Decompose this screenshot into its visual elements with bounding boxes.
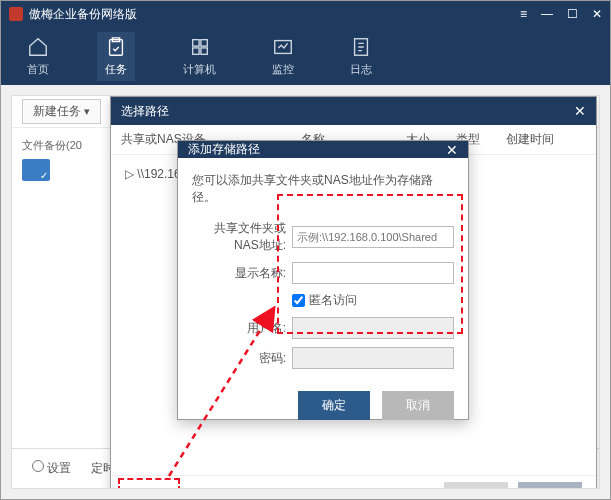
nav-logs[interactable]: 日志 (342, 32, 380, 81)
add-storage-link[interactable]: 添加存储 (125, 487, 193, 489)
backup-target-item[interactable] (22, 159, 102, 181)
cancel-button[interactable]: 取消 (518, 482, 582, 489)
password-label: 密码: (192, 350, 292, 367)
storage-icon (125, 489, 139, 490)
username-input (292, 317, 454, 339)
svg-rect-4 (200, 47, 206, 53)
app-logo-icon (9, 7, 23, 21)
nas-path-input[interactable] (292, 226, 454, 248)
close-icon[interactable]: ✕ (446, 142, 458, 158)
minimize-button[interactable]: — (541, 7, 553, 21)
cancel-button[interactable]: 取消 (382, 391, 454, 420)
task-icon (105, 36, 127, 58)
app-title: 傲梅企业备份网络版 (29, 6, 137, 23)
close-icon[interactable]: ✕ (574, 103, 586, 119)
nav-monitor[interactable]: 监控 (264, 32, 302, 81)
nav-home[interactable]: 首页 (19, 32, 57, 81)
new-task-button[interactable]: 新建任务 ▾ (22, 99, 101, 124)
password-input (292, 347, 454, 369)
body-area: 新建任务 ▾ 高级 ▾ 文件备份(20 设置 定时任务 开始备份 ▸ (11, 95, 600, 489)
menu-icon[interactable]: ≡ (520, 7, 527, 21)
svg-rect-1 (192, 39, 198, 45)
dialog-description: 您可以添加共享文件夹或NAS地址作为存储路径。 (192, 172, 454, 206)
anonymous-label: 匿名访问 (309, 292, 357, 309)
titlebar: 傲梅企业备份网络版 ≡ — ☐ ✕ (1, 1, 610, 27)
app-window: 傲梅企业备份网络版 ≡ — ☐ ✕ 首页 任务 计算机 监控 日志 (0, 0, 611, 500)
anonymous-checkbox[interactable] (292, 294, 305, 307)
svg-rect-3 (192, 47, 198, 53)
dialog-title: 添加存储路径 (188, 141, 260, 158)
username-label: 用户名: (192, 320, 292, 337)
settings-link[interactable]: 设置 (32, 460, 71, 477)
folder-icon (22, 159, 50, 181)
task-group-label: 文件备份(20 (22, 138, 102, 153)
home-icon (27, 36, 49, 58)
display-name-label: 显示名称: (192, 265, 292, 282)
nav-computers[interactable]: 计算机 (175, 32, 224, 81)
main-nav: 首页 任务 计算机 监控 日志 (1, 27, 610, 85)
log-icon (350, 36, 372, 58)
gear-icon (32, 460, 44, 472)
display-name-input[interactable] (292, 262, 454, 284)
confirm-button[interactable]: 确定 (298, 391, 370, 420)
maximize-button[interactable]: ☐ (567, 7, 578, 21)
monitor-icon (272, 36, 294, 58)
close-button[interactable]: ✕ (592, 7, 602, 21)
nav-tasks[interactable]: 任务 (97, 32, 135, 81)
ok-button[interactable]: 确定 (444, 482, 508, 489)
dialog-title: 选择路径 (121, 103, 169, 120)
svg-rect-2 (200, 39, 206, 45)
add-storage-dialog: 添加存储路径 ✕ 您可以添加共享文件夹或NAS地址作为存储路径。 共享文件夹或N… (177, 140, 469, 420)
path-label: 共享文件夹或NAS地址: (192, 220, 292, 254)
computer-icon (189, 36, 211, 58)
